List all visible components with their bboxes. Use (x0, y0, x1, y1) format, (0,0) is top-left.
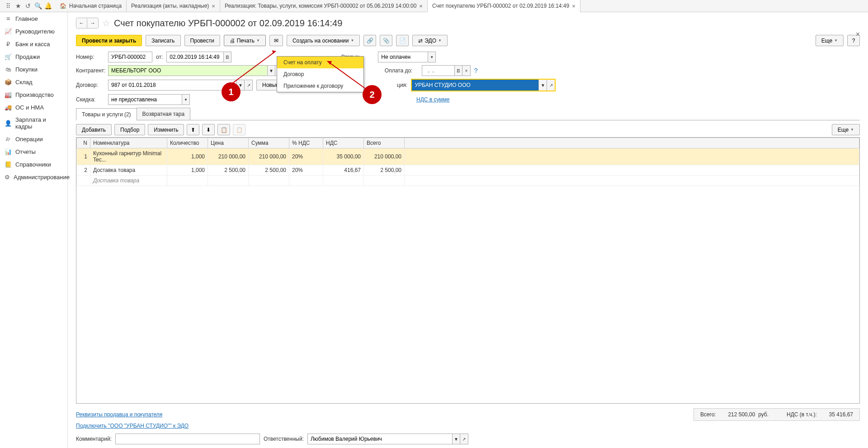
open-icon[interactable]: ↗ (245, 80, 253, 91)
sidebar-item-hr[interactable]: 👤Зарплата и кадры (0, 114, 67, 133)
counterparty-field[interactable] (108, 65, 267, 76)
col-n[interactable]: N (77, 138, 90, 148)
create-based-on-button[interactable]: Создать на основании▼ (287, 35, 360, 46)
move-down-button[interactable]: ⬇ (202, 124, 215, 135)
email-button[interactable]: ✉ (269, 35, 283, 46)
col-total[interactable]: Всего (364, 138, 405, 148)
help-icon[interactable]: ? (474, 67, 478, 74)
goods-table: N Номенклатура Количество Цена Сумма % Н… (76, 138, 859, 186)
sidebar-item-production[interactable]: 🏭Производство (0, 88, 67, 101)
move-up-button[interactable]: ⬆ (187, 124, 199, 135)
save-button[interactable]: Записать (146, 35, 180, 46)
close-page-icon[interactable]: × (856, 30, 860, 38)
status-select[interactable] (378, 52, 428, 62)
sidebar-item-assets[interactable]: 🚚ОС и НМА (0, 101, 67, 114)
favorite-icon[interactable]: ☆ (102, 18, 110, 29)
copy-button[interactable]: 📋 (217, 124, 230, 135)
col-sum[interactable]: Сумма (249, 138, 289, 148)
close-icon[interactable]: × (572, 3, 576, 10)
open-icon[interactable]: ↗ (460, 434, 468, 444)
sidebar-item-catalogs[interactable]: 📒Справочники (0, 158, 67, 171)
sidebar-item-admin[interactable]: ⚙Администрирование (0, 171, 67, 183)
attach-button[interactable]: 📎 (380, 35, 392, 46)
close-icon[interactable]: × (419, 3, 423, 10)
chevron-down-icon[interactable]: ▼ (538, 80, 547, 91)
pay-until-field[interactable] (422, 65, 454, 76)
bell-icon[interactable]: 🔔 (43, 1, 52, 10)
seller-buyer-details-link[interactable]: Реквизиты продавца и покупателя (76, 411, 162, 418)
calendar-icon[interactable]: 🗓 (223, 52, 231, 62)
more-button[interactable]: Еще▼ (816, 35, 844, 46)
col-vat-rate[interactable]: % НДС (289, 138, 323, 148)
apps-icon[interactable]: ⠿ (4, 1, 13, 10)
tab-panel: Товары и услуги (2) Возвратная тара (76, 108, 860, 120)
report-button[interactable]: 📄 (396, 35, 409, 46)
sidebar-item-label: Операции (15, 136, 43, 143)
table-row[interactable]: 1 Кухонный гарнитур Minimal Tec... 1,000… (77, 148, 859, 165)
add-row-button[interactable]: Добавить (76, 124, 112, 135)
chevron-down-icon[interactable]: ▼ (452, 434, 460, 444)
action-toolbar: Провести и закрыть Записать Провести 🖨Пе… (76, 35, 860, 46)
nav-back-button[interactable]: ← (76, 18, 87, 28)
responsible-field[interactable] (307, 434, 452, 444)
change-button[interactable]: Изменить (148, 124, 184, 135)
chevron-down-icon[interactable]: ▼ (267, 65, 275, 76)
chevron-down-icon[interactable]: ▼ (182, 94, 190, 105)
tab-goods[interactable]: Товары и услуги (2) (76, 108, 137, 120)
sidebar-item-manager[interactable]: 📈Руководителю (0, 25, 67, 38)
print-menu-appendix[interactable]: Приложение к договору (277, 80, 363, 92)
comment-row: Комментарий: Ответственный: ▼↗ (76, 434, 860, 444)
contract-field[interactable] (108, 80, 236, 91)
tab-label: Счет покупателю УРБП-000002 от 02.09.201… (432, 3, 569, 9)
vat-mode-link[interactable]: НДС в сумме (416, 96, 450, 103)
paste-button[interactable]: 📋 (233, 124, 245, 135)
sidebar-item-main[interactable]: ≡Главное (0, 12, 67, 25)
col-price[interactable]: Цена (208, 138, 249, 148)
nav-forward-button[interactable]: → (87, 18, 98, 28)
sidebar-item-warehouse[interactable]: 📦Склад (0, 76, 67, 88)
pick-button[interactable]: Подбор (114, 124, 145, 135)
date-field[interactable] (166, 52, 223, 62)
sidebar-item-purchases[interactable]: 🛍Покупки (0, 63, 67, 76)
tab-label: Реализация: Товары, услуги, комиссия УРБ… (225, 3, 416, 9)
sidebar-item-reports[interactable]: 📊Отчеты (0, 145, 67, 158)
box-icon: 📦 (5, 78, 12, 86)
col-qty[interactable]: Количество (167, 138, 208, 148)
table-more-button[interactable]: Еще▼ (832, 124, 860, 135)
edo-button[interactable]: ⇄ЭДО▼ (412, 35, 448, 46)
sidebar-item-label: Администрирование (14, 174, 70, 181)
history-icon[interactable]: ↺ (24, 1, 33, 10)
organization-field[interactable] (412, 80, 538, 91)
chevron-down-icon[interactable]: ▼ (428, 52, 436, 62)
col-empty (405, 138, 859, 148)
tab-realization-list[interactable]: Реализация (акты, накладные) × (127, 0, 220, 12)
table-row[interactable]: 2 Доставка товара 1,000 2 500,00 2 500,0… (77, 165, 859, 176)
related-button[interactable]: 🔗 (363, 35, 376, 46)
post-and-close-button[interactable]: Провести и закрыть (76, 35, 142, 46)
sidebar-item-bank[interactable]: ₽Банк и касса (0, 38, 67, 50)
calendar-icon[interactable]: 🗓 (454, 65, 462, 76)
connect-edo-link[interactable]: Подключить "ООО "УРБАН СТУДИО"" к ЭДО (76, 423, 189, 429)
print-menu-invoice[interactable]: Счет на оплату (277, 57, 363, 68)
tab-tare[interactable]: Возвратная тара (137, 108, 191, 120)
number-field[interactable] (108, 52, 152, 62)
col-item[interactable]: Номенклатура (90, 138, 167, 148)
discount-select[interactable] (108, 94, 182, 105)
print-button[interactable]: 🖨Печать▼ (224, 35, 266, 46)
print-menu-contract[interactable]: Договор (277, 68, 363, 80)
open-icon[interactable]: ↗ (547, 80, 555, 91)
sidebar-item-sales[interactable]: 🛒Продажи (0, 50, 67, 63)
tab-invoice[interactable]: Счет покупателю УРБП-000002 от 02.09.201… (428, 0, 580, 12)
col-vat[interactable]: НДС (323, 138, 364, 148)
post-button[interactable]: Провести (184, 35, 220, 46)
comment-field[interactable] (115, 434, 260, 444)
sidebar-item-operations[interactable]: ДтОперации (0, 133, 67, 145)
sidebar-item-label: Справочники (15, 161, 51, 168)
tab-home[interactable]: 🏠 Начальная страница (56, 0, 127, 12)
star-icon[interactable]: ★ (14, 1, 23, 10)
clear-icon[interactable]: × (462, 65, 471, 76)
more-label: Еще (838, 127, 849, 133)
search-icon[interactable]: 🔍 (33, 1, 42, 10)
tab-realization-doc[interactable]: Реализация: Товары, услуги, комиссия УРБ… (220, 0, 428, 12)
close-icon[interactable]: × (212, 3, 215, 10)
